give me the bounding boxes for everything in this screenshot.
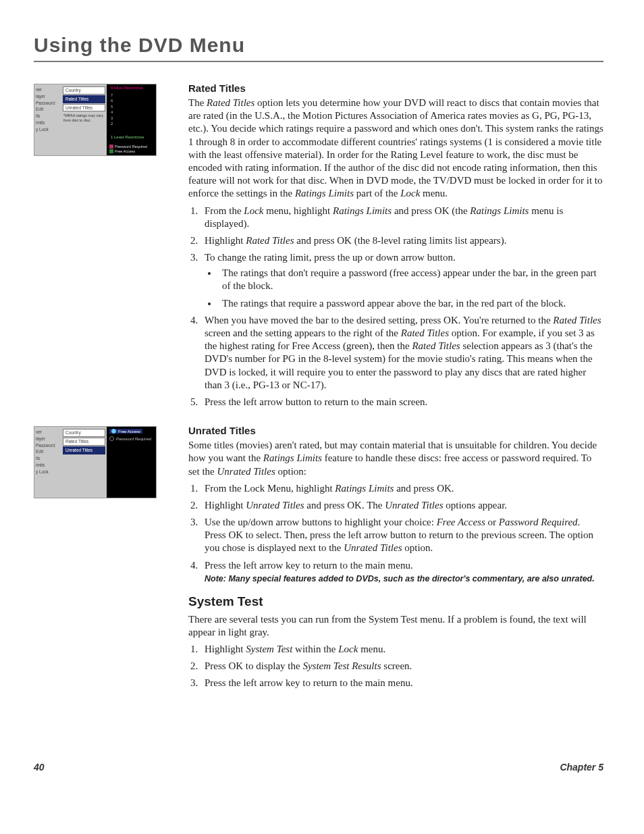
rated-titles-text: Rated Titles The Rated Titles option let…: [179, 82, 603, 413]
unrated-intro: Some titles (movies) aren't rated, but m…: [188, 439, 603, 478]
fig2-option-free-access: Free Access: [109, 429, 142, 434]
screenshot-rated-titles: ver layer Password Edit its imits y Lock…: [34, 84, 157, 156]
section-unrated-titles: ver layer Password Edit its imits y Lock…: [34, 425, 603, 694]
fig2-mid-list: Country Rated Titles Unrated Titles: [61, 427, 107, 498]
unrated-step-4: Press the left arrow key to return to th…: [200, 559, 603, 585]
fig1-right-panel: 8 Most Restrictive 7 6 5 4 3 2 1 Least R…: [107, 84, 156, 155]
fig1-unrated-row: Unrated Titles: [63, 104, 105, 112]
rated-steps: From the Lock menu, highlight Ratings Li…: [188, 205, 603, 409]
system-test-heading: System Test: [188, 594, 603, 609]
radio-icon: [109, 436, 114, 441]
rated-step-3-bullet-1: The ratings that don't require a passwor…: [218, 267, 603, 292]
system-test-intro: There are several tests you can run from…: [188, 613, 603, 639]
system-test-step-2: Press OK to display the System Test Resu…: [200, 660, 603, 673]
fig1-left-menu: ver layer Password Edit its imits y Lock: [34, 84, 61, 155]
figure-unrated-titles: ver layer Password Edit its imits y Lock…: [34, 425, 179, 498]
fig2-rated-row: Rated Titles: [63, 438, 105, 446]
fig2-country-row: Country: [63, 429, 105, 437]
fig2-left-menu: ver layer Password Edit its imits y Lock: [34, 427, 61, 498]
fig1-least-restrictive: 1 Least Restrictive: [111, 135, 144, 139]
rated-intro: The Rated Titles option lets you determi…: [188, 97, 603, 201]
rated-step-2: Highlight Rated Titles and press OK (the…: [200, 234, 603, 247]
rated-titles-heading: Rated Titles: [188, 82, 603, 94]
page-footer: 40 Chapter 5: [34, 762, 603, 773]
swatch-free-access: [109, 149, 113, 153]
system-test-step-3: Press the left arrow key to return to th…: [200, 677, 603, 689]
fig2-unrated-row: Unrated Titles: [63, 446, 105, 454]
unrated-titles-heading: Unrated Titles: [188, 425, 603, 436]
unrated-step-2: Highlight Unrated Titles and press OK. T…: [200, 499, 603, 512]
rated-step-1: From the Lock menu, highlight Ratings Li…: [200, 205, 603, 230]
fig1-most-restrictive: 8 Most Restrictive: [111, 86, 155, 90]
unrated-step-3: Use the up/down arrow buttons to highlig…: [200, 516, 603, 555]
fig1-rated-row: Rated Titles: [63, 95, 105, 103]
system-test-step-1: Highlight System Test within the Lock me…: [200, 643, 603, 656]
fig2-right-panel: Free Access Password Required: [107, 427, 156, 498]
section-rated-titles: ver layer Password Edit its imits y Lock…: [34, 82, 603, 413]
system-test-steps: Highlight System Test within the Lock me…: [188, 643, 603, 690]
unrated-titles-text: Unrated Titles Some titles (movies) aren…: [179, 425, 603, 694]
manual-page: Using the DVD Menu ver layer Password Ed…: [0, 0, 644, 793]
rated-step-5: Press the left arrow button to return to…: [200, 396, 603, 409]
screenshot-unrated-titles: ver layer Password Edit its imits y Lock…: [34, 426, 157, 498]
rated-step-4: When you have moved the bar to the desir…: [200, 314, 603, 392]
unrated-step-1: From the Lock Menu, highlight Ratings Li…: [200, 482, 603, 495]
figure-rated-titles: ver layer Password Edit its imits y Lock…: [34, 82, 179, 156]
fig1-country-row: Country: [63, 86, 105, 95]
page-number: 40: [34, 762, 45, 773]
chapter-title: Using the DVD Menu: [34, 34, 603, 57]
fig1-legend: Password Required Free Access: [109, 145, 155, 154]
rated-step-3: To change the rating limit, press the up…: [200, 251, 603, 310]
title-rule: [34, 61, 603, 62]
fig2-option-password-required: Password Required: [109, 436, 151, 441]
rated-step-3-bullet-2: The ratings that require a password appe…: [218, 297, 603, 310]
fig1-mid-list: Country Rated Titles Unrated Titles *MPA…: [61, 84, 107, 155]
unrated-note: Note: Many special features added to DVD…: [205, 573, 603, 585]
chapter-label: Chapter 5: [560, 762, 603, 773]
fig1-mpaa-note: *MPAA ratings may vary from disc to disc…: [63, 112, 105, 124]
radio-icon: [111, 429, 116, 434]
fig1-level-numbers: 7 6 5 4 3 2: [111, 93, 113, 126]
unrated-steps: From the Lock Menu, highlight Ratings Li…: [188, 482, 603, 585]
swatch-password-required: [109, 145, 113, 149]
rated-step-3-bullets: The ratings that don't require a passwor…: [205, 267, 603, 310]
